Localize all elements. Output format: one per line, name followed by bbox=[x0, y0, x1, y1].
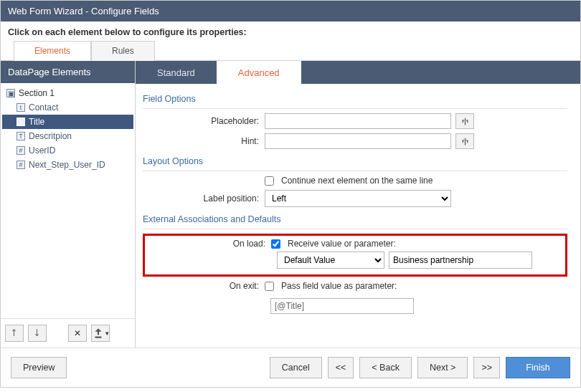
insert-icon bbox=[92, 327, 105, 340]
main-panel: Standard Advanced Field Options Placehol… bbox=[136, 61, 580, 348]
default-value-input[interactable] bbox=[389, 252, 532, 269]
finish-button[interactable]: Finish bbox=[506, 357, 570, 378]
section-field-options: Field Options bbox=[143, 91, 567, 109]
collapse-icon: ▣ bbox=[6, 89, 15, 97]
tree-item-label: Contact bbox=[29, 102, 58, 113]
tree-section-label: Section 1 bbox=[19, 88, 55, 98]
on-load-label: On load: bbox=[149, 239, 271, 249]
tree-item-nextstep[interactable]: # Next_Step_User_ID bbox=[2, 158, 133, 172]
sidebar-header: DataPage Elements bbox=[1, 61, 135, 83]
tab-rules[interactable]: Rules bbox=[91, 41, 155, 61]
element-tree: ▣ Section 1 t Contact t Title T Descritp… bbox=[1, 83, 135, 318]
highlight-onload: On load: Receive value or parameter: Def… bbox=[143, 234, 567, 277]
param-picker-icon bbox=[460, 137, 470, 146]
move-down-button[interactable]: 🡓 bbox=[28, 325, 47, 342]
param-picker-icon bbox=[460, 117, 470, 126]
sidebar: DataPage Elements ▣ Section 1 t Contact … bbox=[1, 61, 136, 348]
tree-item-label: Descritpion bbox=[29, 131, 72, 141]
placeholder-picker-button[interactable] bbox=[455, 113, 474, 129]
sub-tabs: Standard Advanced bbox=[136, 61, 580, 84]
tree-item-description[interactable]: T Descritpion bbox=[2, 129, 133, 143]
section-external: External Associations and Defaults bbox=[143, 211, 567, 229]
footer: Preview Cancel << < Back Next > >> Finis… bbox=[1, 348, 580, 387]
delete-button[interactable]: ✕ bbox=[68, 325, 87, 342]
sidebar-toolbar: 🡑 🡓 ✕ ▾ bbox=[1, 318, 135, 348]
back-button[interactable]: < Back bbox=[359, 357, 412, 378]
hint-label: Hint: bbox=[143, 136, 265, 146]
tree-item-label: UserID bbox=[29, 145, 55, 156]
window-title: Web Form Wizard - Configure Fields bbox=[1, 1, 580, 21]
tree-item-label: Next_Step_User_ID bbox=[29, 160, 105, 170]
wizard-window: Web Form Wizard - Configure Fields Click… bbox=[0, 0, 581, 388]
hint-input[interactable] bbox=[265, 133, 451, 149]
tree-item-label: Title bbox=[29, 117, 44, 127]
pass-label: Pass field value as parameter: bbox=[281, 281, 397, 291]
label-position-select[interactable]: Left bbox=[265, 190, 451, 207]
tree-item-title[interactable]: t Title bbox=[2, 115, 133, 129]
next-button[interactable]: Next > bbox=[417, 357, 468, 378]
hint-picker-button[interactable] bbox=[455, 133, 474, 149]
number-field-icon: # bbox=[16, 161, 25, 169]
text-field-icon: t bbox=[16, 118, 25, 126]
subtab-advanced[interactable]: Advanced bbox=[217, 61, 301, 84]
section-layout-options: Layout Options bbox=[143, 153, 567, 171]
chevron-down-icon: ▾ bbox=[105, 330, 109, 337]
instruction-text: Click on each element below to configure… bbox=[1, 21, 580, 40]
tab-elements[interactable]: Elements bbox=[14, 41, 91, 61]
on-exit-label: On exit: bbox=[143, 281, 265, 291]
form-area: Field Options Placeholder: Hint: bbox=[136, 84, 580, 348]
placeholder-input[interactable] bbox=[265, 113, 451, 129]
textarea-icon: T bbox=[16, 132, 25, 140]
top-tabs: Elements Rules bbox=[1, 40, 580, 61]
tree-item-userid[interactable]: # UserID bbox=[2, 143, 133, 158]
label-position-label: Label position: bbox=[143, 193, 265, 204]
placeholder-label: Placeholder: bbox=[143, 116, 265, 126]
number-field-icon: # bbox=[16, 146, 25, 155]
tree-item-contact[interactable]: t Contact bbox=[2, 100, 133, 115]
subtab-standard[interactable]: Standard bbox=[136, 61, 217, 84]
receive-checkbox[interactable] bbox=[271, 239, 280, 249]
pass-checkbox[interactable] bbox=[265, 282, 274, 291]
first-button[interactable]: << bbox=[328, 357, 354, 378]
parameter-field bbox=[270, 298, 414, 314]
receive-label: Receive value or parameter: bbox=[288, 239, 396, 249]
insert-button[interactable]: ▾ bbox=[91, 325, 110, 342]
continue-checkbox[interactable] bbox=[265, 176, 274, 186]
move-up-button[interactable]: 🡑 bbox=[5, 325, 24, 342]
source-type-select[interactable]: Default Value bbox=[277, 252, 384, 269]
text-field-icon: t bbox=[16, 103, 25, 112]
preview-button[interactable]: Preview bbox=[11, 357, 67, 378]
tree-section[interactable]: ▣ Section 1 bbox=[2, 86, 133, 100]
cancel-button[interactable]: Cancel bbox=[270, 357, 322, 378]
continue-label: Continue next element on the same line bbox=[281, 176, 433, 186]
last-button[interactable]: >> bbox=[473, 357, 500, 378]
